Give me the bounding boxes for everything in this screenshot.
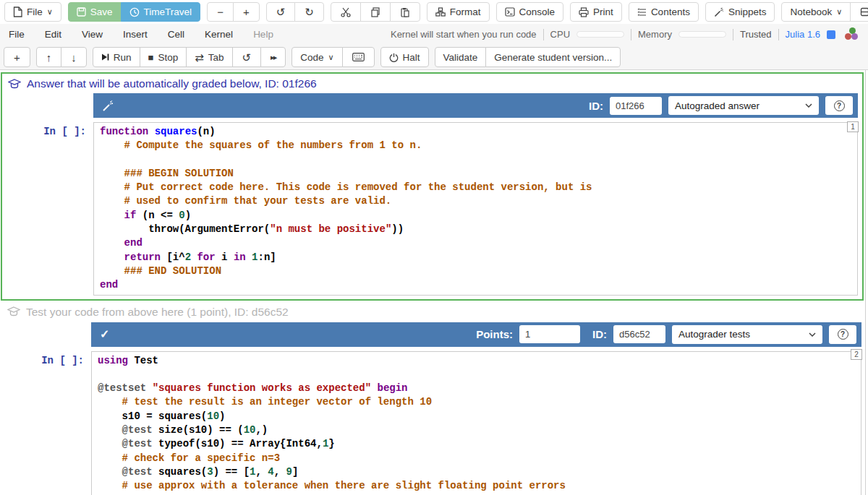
notebook-app: File ∨ Save TimeTravel − + ↺ ↻ xyxy=(0,0,868,495)
nbgrader-type-select[interactable]: Autograder tests xyxy=(672,325,822,344)
plus-icon: + xyxy=(14,52,20,63)
divider xyxy=(733,29,733,40)
move-cell-up-button[interactable]: ↑ xyxy=(36,47,62,67)
power-icon xyxy=(389,53,399,62)
menu-insert[interactable]: Insert xyxy=(123,29,148,40)
cell-toolbar: + ↑ ↓ Run ■ Stop ⇄ Tab ↺ ▸▸ Code xyxy=(0,45,868,70)
menus: File Edit View Insert Cell Kernel Help xyxy=(9,29,273,40)
tab-button[interactable]: ⇄ Tab xyxy=(186,47,232,67)
print-icon xyxy=(579,7,589,17)
stop-button[interactable]: ■ Stop xyxy=(140,47,187,67)
redo-button[interactable]: ↻ xyxy=(294,2,324,22)
menu-file[interactable]: File xyxy=(9,29,25,40)
cell-index-badge: 1 xyxy=(847,121,859,132)
notebook-menu-button[interactable]: Notebook ∨ xyxy=(781,2,851,22)
copy-icon xyxy=(370,7,380,17)
insert-cell-button[interactable]: + xyxy=(4,47,30,67)
validate-button[interactable]: Validate xyxy=(435,47,487,67)
split-view-button[interactable] xyxy=(850,2,868,22)
zoom-out-button[interactable]: − xyxy=(207,2,234,22)
help-button[interactable]: ? xyxy=(829,325,856,344)
cell-id-input[interactable] xyxy=(613,325,665,343)
fast-forward-icon: ▸▸ xyxy=(271,53,276,61)
save-button[interactable]: Save xyxy=(68,2,122,22)
run-all-button[interactable]: ▸▸ xyxy=(260,47,286,67)
menu-help[interactable]: Help xyxy=(253,29,273,40)
minus-icon: − xyxy=(217,7,224,17)
contents-icon xyxy=(637,8,647,17)
chevron-down-icon: ∨ xyxy=(836,8,842,16)
menu-kernel[interactable]: Kernel xyxy=(205,29,233,40)
console-button[interactable]: Console xyxy=(496,2,564,22)
cell-autograded-answer[interactable]: Answer that will be automatically graded… xyxy=(1,72,864,301)
undo-icon: ↺ xyxy=(276,7,286,17)
run-icon xyxy=(101,53,109,61)
cpu-usage-bar xyxy=(576,31,624,38)
kernel-status-area: Kernel will start when you run code CPU … xyxy=(391,27,859,42)
cell-type-select[interactable]: Code ∨ xyxy=(292,47,342,67)
id-label: ID: xyxy=(589,100,603,112)
plus-icon: + xyxy=(243,7,250,17)
move-cell-down-button[interactable]: ↓ xyxy=(61,47,87,67)
divider xyxy=(631,29,631,40)
code-editor[interactable]: function squares(n) # Compute the square… xyxy=(93,122,858,296)
id-label: ID: xyxy=(592,328,607,340)
keyboard-icon xyxy=(352,53,365,61)
menu-view[interactable]: View xyxy=(82,29,103,40)
print-button[interactable]: Print xyxy=(570,2,622,22)
question-icon: ? xyxy=(838,329,848,340)
halt-button[interactable]: Halt xyxy=(380,47,429,67)
file-menu-button[interactable]: File ∨ xyxy=(4,2,61,22)
contents-button[interactable]: Contents xyxy=(629,2,699,22)
paste-button[interactable] xyxy=(390,2,420,22)
undo-button[interactable]: ↺ xyxy=(266,2,296,22)
input-prompt: In [ ]: xyxy=(2,122,93,296)
top-toolbar: File ∨ Save TimeTravel − + ↺ ↻ xyxy=(0,0,868,24)
nbgrader-toolbar: ✓ Points: ID: Autograder tests ? xyxy=(91,322,861,347)
kernel-busy-indicator xyxy=(827,30,835,39)
cpu-label: CPU xyxy=(550,29,570,40)
chevron-down-icon: ∨ xyxy=(47,8,53,16)
cell-id-input[interactable] xyxy=(610,97,662,115)
format-button[interactable]: Format xyxy=(427,2,490,22)
arrow-up-icon: ↑ xyxy=(46,52,52,63)
restart-button[interactable]: ↺ xyxy=(232,47,262,67)
copy-button[interactable] xyxy=(360,2,391,22)
timetravel-button[interactable]: TimeTravel xyxy=(121,2,201,22)
menu-cell[interactable]: Cell xyxy=(168,29,184,40)
graduation-cap-icon xyxy=(8,79,21,90)
format-icon xyxy=(435,7,446,17)
run-button[interactable]: Run xyxy=(93,47,140,67)
zoom-in-button[interactable]: + xyxy=(233,2,260,22)
restart-icon: ↺ xyxy=(242,52,252,63)
points-input[interactable] xyxy=(519,325,580,343)
help-button[interactable]: ? xyxy=(825,96,853,115)
divider xyxy=(778,29,779,40)
kernel-status-text: Kernel will start when you run code xyxy=(391,29,537,40)
save-icon xyxy=(77,7,86,17)
menu-bar: File Edit View Insert Cell Kernel Help K… xyxy=(0,24,868,45)
snippets-button[interactable]: Snippets xyxy=(705,2,775,22)
kernel-name-link[interactable]: Julia 1.6 xyxy=(786,29,820,40)
keyboard-shortcuts-button[interactable] xyxy=(342,47,375,67)
clock-icon xyxy=(129,7,140,17)
paste-icon xyxy=(400,7,410,17)
cell-index-badge: 2 xyxy=(851,349,862,360)
cut-button[interactable] xyxy=(331,2,361,22)
cell-heading-text: Answer that will be automatically graded… xyxy=(27,77,317,90)
file-icon xyxy=(13,7,22,17)
generate-student-version-button[interactable]: Generate student version... xyxy=(485,47,621,67)
code-editor[interactable]: using Test @testset "squares function wo… xyxy=(91,351,861,495)
chevron-down-icon xyxy=(805,103,812,108)
nbgrader-toolbar: ID: Autograded answer ? xyxy=(93,93,858,118)
tab-icon: ⇄ xyxy=(195,52,204,63)
graduation-cap-icon xyxy=(7,306,20,317)
cut-icon xyxy=(341,7,351,17)
cell-autograder-tests[interactable]: ✓ Points: ID: Autograder tests ? 2 In [ … xyxy=(0,322,866,495)
console-icon xyxy=(505,7,515,17)
notebook-content[interactable]: Answer that will be automatically graded… xyxy=(0,70,868,495)
code-cell: In [ ]: function squares(n) # Compute th… xyxy=(2,122,862,296)
chevron-down-icon: ∨ xyxy=(328,53,333,61)
menu-edit[interactable]: Edit xyxy=(45,29,61,40)
nbgrader-type-select[interactable]: Autograded answer xyxy=(668,96,819,115)
